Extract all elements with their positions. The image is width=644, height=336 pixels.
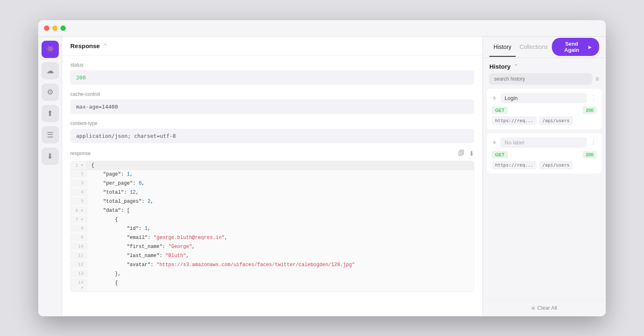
history-item-meta: GET 200 bbox=[492, 107, 597, 114]
right-panel: History Collections Send Again ► History… bbox=[482, 37, 606, 316]
code-line: 8 "id": 1, bbox=[71, 225, 474, 234]
code-line: 11 "last_name": "Bluth", bbox=[71, 252, 474, 261]
titlebar bbox=[38, 20, 606, 37]
sidebar-icon-download[interactable]: ⬇ bbox=[42, 148, 59, 165]
tab-collections[interactable]: Collections bbox=[516, 38, 552, 57]
maximize-button[interactable] bbox=[60, 25, 66, 31]
right-panel-header: History Collections Send Again ► bbox=[483, 37, 606, 58]
history-items: ★ Login ⋮ GET 200 https://req... /api/us… bbox=[483, 89, 606, 299]
history-item-url: https://req... /api/users bbox=[492, 161, 597, 169]
history-collapse-icon[interactable]: ⌃ bbox=[514, 63, 518, 69]
response-icons: 🗐 ⬇ bbox=[458, 150, 474, 158]
sidebar-icon-menu[interactable]: ☰ bbox=[42, 126, 59, 144]
more-options-icon[interactable]: ⋮ bbox=[590, 94, 597, 102]
send-again-label: Send Again bbox=[558, 41, 585, 53]
status-badge: 200 bbox=[583, 151, 597, 158]
history-panel: History ⌃ ≡ ★ Login ⋮ bbox=[483, 58, 606, 316]
collapse-icon[interactable]: ⌃ bbox=[103, 43, 107, 49]
code-line: 14 ▾ { bbox=[71, 279, 474, 292]
response-section-header: response 🗐 ⬇ bbox=[70, 150, 474, 158]
code-line: 4 "total": 12, bbox=[71, 188, 474, 197]
field-value-content-type: application/json; charset=utf-8 bbox=[70, 129, 474, 143]
code-line: 12 "avatar": "https://s3.amazonaws.com/u… bbox=[71, 261, 474, 270]
response-section-label: response bbox=[70, 151, 90, 156]
field-status: status 200 bbox=[70, 62, 474, 85]
code-block: 1 ▾ { 2 "page": 1, 3 "per_page": 6, bbox=[70, 161, 474, 292]
sidebar-icon-upload[interactable]: ⬆ bbox=[42, 105, 59, 122]
history-item-header: ★ No label ⋮ bbox=[492, 137, 597, 148]
code-line: 13 }, bbox=[71, 270, 474, 279]
clear-all-label: Clear All bbox=[537, 305, 557, 311]
clear-all-button[interactable]: ≡ Clear All bbox=[483, 299, 606, 316]
url-path: /api/users bbox=[539, 161, 573, 169]
method-badge: GET bbox=[492, 107, 508, 114]
download-response-icon[interactable]: ⬇ bbox=[469, 150, 474, 158]
clear-all-icon: ≡ bbox=[531, 305, 535, 311]
sidebar-icon-alien[interactable]: 👾 bbox=[42, 41, 59, 58]
code-line: 2 "page": 1, bbox=[71, 170, 474, 179]
send-again-button[interactable]: Send Again ► bbox=[552, 38, 599, 56]
code-line: 5 "total_pages": 2, bbox=[71, 197, 474, 206]
main-content: Response ⌃ status 200 cache-control max-… bbox=[62, 37, 482, 316]
url-base: https://req... bbox=[492, 161, 537, 169]
field-label-cache-control: cache-control bbox=[70, 91, 474, 97]
history-panel-title: History bbox=[489, 63, 511, 70]
response-body: status 200 cache-control max-age=14400 c… bbox=[62, 56, 482, 316]
send-again-arrow-icon: ► bbox=[587, 44, 593, 50]
more-options-icon[interactable]: ⋮ bbox=[590, 139, 597, 146]
app-body: 👾 ☁ ⚙ ⬆ ☰ ⬇ Response ⌃ bbox=[38, 37, 606, 316]
field-value-status: 200 bbox=[70, 70, 474, 85]
alien-icon: 👾 bbox=[46, 45, 55, 54]
copy-icon[interactable]: 🗐 bbox=[458, 150, 465, 158]
url-path: /api/users bbox=[539, 116, 573, 125]
response-header: Response ⌃ bbox=[62, 37, 482, 56]
tab-history[interactable]: History bbox=[489, 38, 516, 57]
field-label-content-type: content-type bbox=[70, 120, 474, 126]
method-badge: GET bbox=[492, 151, 508, 158]
response-title: Response bbox=[70, 42, 100, 49]
code-line: 7 ▾ { bbox=[71, 216, 474, 225]
star-icon[interactable]: ★ bbox=[492, 95, 497, 101]
code-line: 6 ▾ "data": [ bbox=[71, 206, 474, 216]
cloud-icon: ☁ bbox=[46, 66, 54, 75]
code-line: 1 ▾ { bbox=[71, 161, 474, 170]
download-icon: ⬇ bbox=[47, 152, 53, 161]
field-cache-control: cache-control max-age=14400 bbox=[70, 91, 474, 114]
history-item-label: No label bbox=[500, 137, 587, 148]
filter-icon[interactable]: ≡ bbox=[595, 75, 599, 83]
code-line: 9 "email": "george.bluth@reqres.in", bbox=[71, 234, 474, 243]
history-item: ★ No label ⋮ GET 200 https://req... /api… bbox=[487, 133, 602, 174]
url-base: https://req... bbox=[492, 116, 537, 125]
history-item: ★ Login ⋮ GET 200 https://req... /api/us… bbox=[487, 89, 602, 129]
history-search-row: ≡ bbox=[483, 73, 606, 89]
traffic-lights bbox=[44, 25, 66, 31]
history-title-row: History ⌃ bbox=[483, 58, 606, 73]
history-item-label: Login bbox=[500, 93, 587, 103]
response-section: response 🗐 ⬇ 1 ▾ { bbox=[70, 150, 474, 292]
settings-icon: ⚙ bbox=[47, 88, 53, 97]
star-icon[interactable]: ★ bbox=[492, 139, 497, 146]
app-window: 👾 ☁ ⚙ ⬆ ☰ ⬇ Response ⌃ bbox=[38, 20, 606, 316]
history-search-input[interactable] bbox=[489, 73, 592, 85]
menu-icon: ☰ bbox=[47, 130, 53, 139]
status-badge: 200 bbox=[583, 107, 597, 114]
history-item-meta: GET 200 bbox=[492, 151, 597, 158]
close-button[interactable] bbox=[44, 25, 49, 31]
field-content-type: content-type application/json; charset=u… bbox=[70, 120, 474, 143]
minimize-button[interactable] bbox=[52, 25, 58, 31]
code-line: 3 "per_page": 6, bbox=[71, 179, 474, 188]
history-item-header: ★ Login ⋮ bbox=[492, 93, 597, 103]
field-label-status: status bbox=[70, 62, 474, 68]
sidebar-icon-settings[interactable]: ⚙ bbox=[42, 83, 59, 101]
sidebar-icon-cloud[interactable]: ☁ bbox=[42, 62, 59, 79]
field-value-cache-control: max-age=14400 bbox=[70, 100, 474, 114]
history-item-url: https://req... /api/users bbox=[492, 116, 597, 125]
upload-icon: ⬆ bbox=[47, 109, 53, 118]
sidebar: 👾 ☁ ⚙ ⬆ ☰ ⬇ bbox=[38, 37, 62, 316]
code-line: 10 "first_name": "George", bbox=[71, 243, 474, 252]
